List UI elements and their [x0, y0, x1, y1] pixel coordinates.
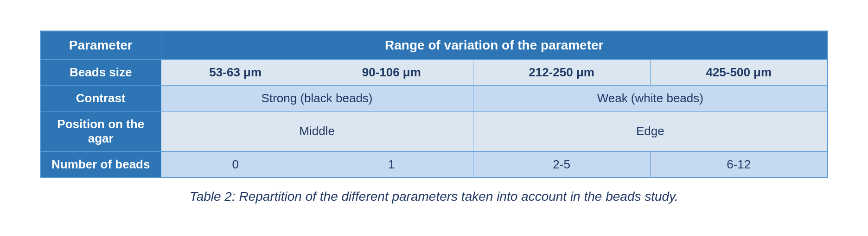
beads-size-val-3: 212-250 μm: [473, 59, 650, 85]
table-caption: Table 2: Repartition of the different pa…: [40, 187, 828, 205]
header-row: Parameter Range of variation of the para…: [40, 31, 828, 60]
beads-number-val-4: 6-12: [650, 151, 828, 178]
position-label: Position on the agar: [40, 111, 161, 151]
beads-number-row: Number of beads 0 1 2-5 6-12: [40, 151, 828, 178]
beads-size-val-2: 90-106 μm: [310, 59, 473, 85]
beads-size-label: Beads size: [40, 59, 161, 85]
position-row: Position on the agar Middle Edge: [40, 111, 828, 151]
beads-number-val-1: 0: [161, 151, 310, 178]
contrast-label: Contrast: [40, 85, 161, 111]
beads-size-row: Beads size 53-63 μm 90-106 μm 212-250 μm…: [40, 59, 828, 85]
table-container: Parameter Range of variation of the para…: [40, 31, 828, 205]
contrast-val-1: Strong (black beads): [161, 85, 473, 111]
contrast-row: Contrast Strong (black beads) Weak (whit…: [40, 85, 828, 111]
beads-number-val-3: 2-5: [473, 151, 650, 178]
parameters-table: Parameter Range of variation of the para…: [40, 31, 828, 178]
range-header: Range of variation of the parameter: [161, 31, 828, 60]
beads-size-val-1: 53-63 μm: [161, 59, 310, 85]
position-val-2: Edge: [473, 111, 828, 151]
contrast-val-2: Weak (white beads): [473, 85, 828, 111]
beads-number-label: Number of beads: [40, 151, 161, 178]
beads-number-val-2: 1: [310, 151, 473, 178]
parameter-header: Parameter: [40, 31, 161, 60]
position-val-1: Middle: [161, 111, 473, 151]
beads-size-val-4: 425-500 μm: [650, 59, 828, 85]
